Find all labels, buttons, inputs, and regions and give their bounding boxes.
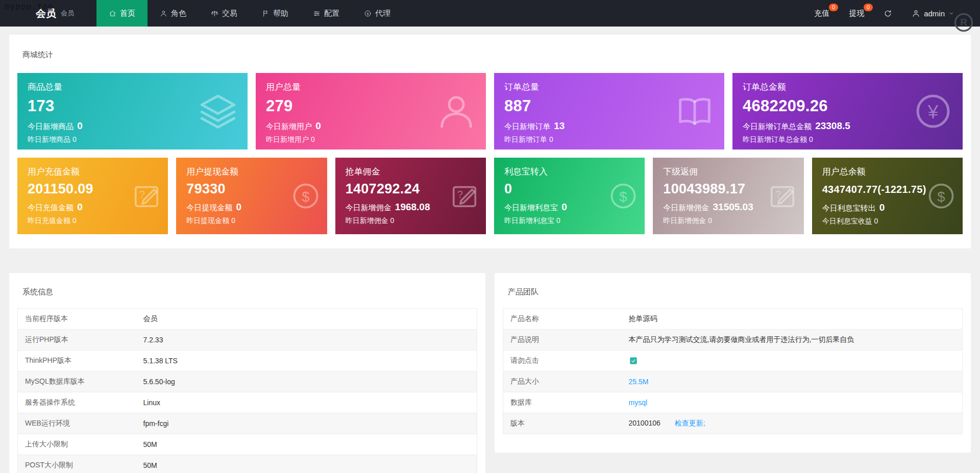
card-title: 用户总余额 — [822, 166, 952, 178]
stat-card: 用户总量279今日新增用户 0昨日新增用户 0 — [256, 73, 486, 150]
info-row: 数据库mysql — [503, 392, 963, 413]
do-not-click-icon[interactable] — [629, 356, 638, 365]
card-yesterday: 今日利息宝收益 0 — [822, 217, 952, 226]
info-link[interactable]: 25.5M — [629, 378, 649, 386]
nav-item-首页[interactable]: 首页 — [96, 0, 148, 27]
info-label: ThinkPHP版本 — [18, 351, 136, 371]
check-update-link[interactable]: 检查更新; — [675, 419, 705, 427]
user-icon — [436, 91, 477, 132]
refresh-button[interactable] — [884, 9, 892, 18]
info-row: 运行PHP版本7.2.33 — [18, 330, 477, 351]
info-row: ThinkPHP版本5.1.38 LTS — [18, 351, 477, 371]
stat-card: 抢单佣金1407292.24今日新增佣金 1968.08昨日新增佣金 0? — [335, 158, 486, 234]
card-yesterday: 昨日新增订单总金额 0 — [743, 135, 952, 144]
info-row: 服务器操作系统Linux — [18, 392, 477, 413]
info-text: 7.2.33 — [143, 336, 163, 344]
info-text: 5.1.38 LTS — [143, 357, 178, 365]
info-value: 5.6.50-log — [136, 371, 477, 392]
stat-card: 用户充值金额201150.09今日充值金额 0昨日充值金额 0? — [17, 158, 168, 234]
info-row: 请勿点击 — [503, 351, 963, 371]
info-label: 运行PHP版本 — [18, 330, 136, 351]
withdraw-button[interactable]: 提现 0 — [849, 9, 864, 18]
info-text: 20100106 — [629, 419, 660, 427]
info-value: 50M — [136, 434, 477, 455]
card-title: 利息宝转入 — [504, 166, 634, 178]
recharge-button[interactable]: 充值 0 — [814, 9, 829, 18]
stat-card: 利息宝转入0今日新增利息宝 0昨日新增利息宝 0$ — [494, 158, 645, 234]
brand-subtitle: 会员 — [61, 9, 74, 18]
info-label: 上传大小限制 — [18, 434, 136, 455]
svg-text:¥: ¥ — [927, 102, 939, 122]
nav-item-帮助[interactable]: 帮助 — [250, 0, 301, 27]
main-content: 商城统计 商品总量173今日新增商品 0昨日新增商品 0用户总量279今日新增用… — [0, 27, 980, 473]
card-title: 抢单佣金 — [346, 166, 476, 178]
nav-item-label: 角色 — [171, 9, 186, 18]
product-team-table: 产品名称抢单源码产品说明本产品只为学习测试交流,请勿要做商业或者用于违法行为,一… — [503, 308, 963, 434]
nav-item-代理[interactable]: $代理 — [352, 0, 403, 27]
info-label: 服务器操作系统 — [18, 392, 136, 413]
card-yesterday: 昨日新增利息宝 0 — [504, 216, 634, 226]
card-yesterday: 昨日充值金额 0 — [28, 216, 158, 226]
svg-text:$: $ — [620, 189, 627, 205]
info-value: 25.5M — [622, 371, 963, 392]
info-value: 7.2.33 — [136, 330, 477, 351]
stat-card: 商品总量173今日新增商品 0昨日新增商品 0 — [17, 73, 248, 150]
info-label: 产品名称 — [503, 309, 622, 330]
stat-card: 下级返佣10043989.17今日新增佣金 31505.03昨日新增佣金 0? — [653, 158, 803, 234]
info-value — [622, 351, 963, 371]
info-text: 5.6.50-log — [143, 378, 175, 386]
card-title: 用户充值金额 — [28, 166, 158, 178]
info-text: 50M — [143, 440, 157, 449]
nav-item-角色[interactable]: 角色 — [148, 0, 199, 27]
edit-icon: ? — [449, 181, 480, 211]
info-label: 产品说明 — [503, 330, 622, 351]
info-label: 数据库 — [503, 392, 622, 413]
nav-item-交易[interactable]: 交易 — [199, 0, 250, 27]
info-label: WEB运行环境 — [18, 413, 136, 434]
edit-icon: ? — [767, 181, 798, 211]
card-yesterday: 昨日新增佣金 0 — [346, 216, 476, 226]
config-icon — [313, 10, 321, 17]
svg-text:$: $ — [367, 12, 369, 15]
dollar-icon: $ — [290, 181, 321, 211]
info-row: 产品名称抢单源码 — [503, 309, 963, 330]
info-value: 抢单源码 — [622, 309, 963, 330]
info-label: 产品大小 — [503, 371, 622, 392]
nav-item-label: 帮助 — [273, 9, 288, 18]
svg-text:$: $ — [937, 189, 945, 205]
info-label: POST大小限制 — [18, 455, 136, 473]
refresh-icon — [884, 9, 892, 18]
info-link[interactable]: mysql — [629, 399, 648, 407]
nav-item-配置[interactable]: 配置 — [301, 0, 352, 27]
svg-text:?: ? — [457, 189, 463, 200]
withdraw-badge: 0 — [864, 4, 873, 11]
withdraw-label: 提现 — [849, 9, 864, 18]
nav-item-label: 配置 — [324, 9, 339, 18]
info-text: Linux — [143, 399, 160, 407]
info-text: fpm-fcgi — [143, 419, 169, 428]
nav-item-label: 交易 — [222, 9, 237, 18]
card-yesterday: 昨日新增商品 0 — [28, 135, 237, 144]
info-row: 产品说明本产品只为学习测试交流,请勿要做商业或者用于违法行为,一切后果自负 — [503, 330, 963, 351]
dollar-icon: $ — [608, 181, 639, 211]
info-value: 会员 — [136, 309, 477, 330]
recharge-label: 充值 — [814, 9, 829, 18]
card-yesterday: 昨日提现金额 0 — [186, 216, 316, 226]
info-value: 5.1.38 LTS — [136, 351, 477, 371]
svg-text:$: $ — [302, 189, 309, 205]
info-label: 当前程序版本 — [18, 309, 136, 330]
layers-icon — [198, 91, 238, 132]
home-icon — [109, 10, 116, 17]
card-yesterday: 昨日新增佣金 0 — [663, 216, 793, 226]
product-team-panel: 产品团队 产品名称抢单源码产品说明本产品只为学习测试交流,请勿要做商业或者用于违… — [495, 273, 971, 453]
registered-mark-icon: R — [954, 13, 973, 32]
info-row: 产品大小25.5M — [503, 371, 963, 392]
dollar-icon: $ — [926, 181, 957, 211]
info-label: 版本 — [503, 413, 622, 434]
user-menu[interactable]: admin — [912, 9, 954, 18]
system-info-panel: 系统信息 当前程序版本会员运行PHP版本7.2.33ThinkPHP版本5.1.… — [9, 273, 485, 473]
info-row: POST大小限制50M — [18, 455, 477, 473]
stat-card: 订单总金额4682209.26今日新增订单总金额 23308.5昨日新增订单总金… — [732, 73, 963, 150]
small-stat-cards: 用户充值金额201150.09今日充值金额 0昨日充值金额 0?用户提现金额79… — [17, 158, 963, 234]
nav-item-label: 代理 — [375, 9, 390, 18]
